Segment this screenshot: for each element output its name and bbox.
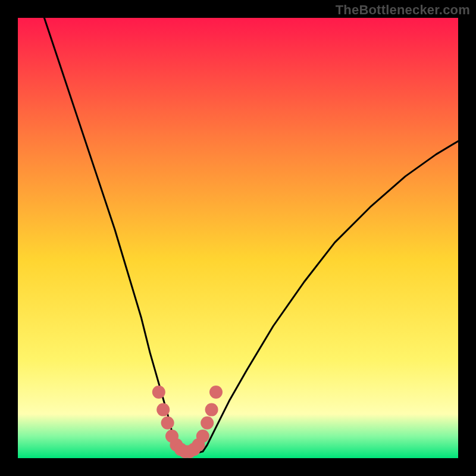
marker-dot (196, 430, 209, 443)
watermark-label: TheBottlenecker.com (336, 2, 470, 18)
marker-dot (152, 386, 165, 399)
marker-dot (205, 403, 218, 416)
marker-dot (156, 403, 170, 416)
marker-dot (201, 416, 214, 430)
bottleneck-chart (18, 18, 458, 458)
marker-dot (161, 416, 174, 430)
plot-background (18, 18, 458, 458)
chart-stage: TheBottlenecker.com (0, 0, 476, 476)
marker-dot (209, 386, 223, 399)
